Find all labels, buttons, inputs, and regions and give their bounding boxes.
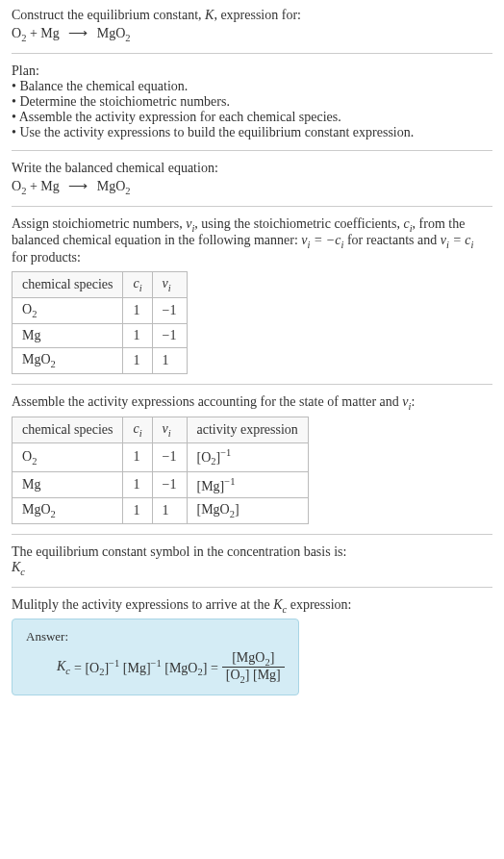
plan-bullet-1: • Balance the chemical equation. — [12, 79, 492, 94]
td-species: Mg — [13, 323, 123, 347]
assemble-t1: Assemble the activity expressions accoun… — [12, 394, 402, 409]
divider — [12, 384, 492, 385]
multiply-t1: Mulitply the activity expressions to arr… — [12, 597, 273, 612]
multiply-kc: Kc — [273, 597, 287, 612]
symbol-section: The equilibrium constant symbol in the c… — [12, 544, 492, 577]
assign-nu: νi — [186, 216, 194, 231]
td-nui: −1 — [152, 471, 187, 498]
balanced-equation: O2 + Mg ⟶ MgO2 — [12, 178, 492, 196]
divider — [12, 206, 492, 207]
equation-o2: O2 + Mg — [12, 26, 60, 40]
td-activity: [O2]−1 — [187, 443, 308, 471]
plan-bullet-3: • Assemble the activity expression for e… — [12, 110, 492, 125]
construct-line: Construct the equilibrium constant, K, e… — [12, 8, 492, 23]
assign-t5: for products: — [12, 250, 81, 265]
balanced-section: Write the balanced chemical equation: O2… — [12, 161, 492, 196]
assign-t1: Assign stoichiometric numbers, — [12, 216, 186, 231]
frac-num: [MgO2] — [222, 650, 285, 669]
k-symbol: K — [205, 8, 214, 22]
td-ci: 1 — [123, 323, 152, 347]
assemble-t2: : — [411, 394, 415, 409]
kc-symbol: Kc — [12, 560, 492, 577]
header-section: Construct the equilibrium constant, K, e… — [12, 8, 492, 43]
answer-eq1: = [O2]−1 [Mg]−1 [MgO2] = — [74, 658, 218, 677]
stoich-table: chemical species ci νi O2 1 −1 Mg 1 −1 M… — [12, 271, 188, 373]
table-row: Mg 1 −1 [Mg]−1 — [13, 471, 309, 498]
th-nui: νi — [152, 272, 187, 298]
divider — [12, 534, 492, 535]
plan-title: Plan: — [12, 63, 492, 79]
divider — [12, 150, 492, 151]
construct-text: Construct the equilibrium constant, — [12, 8, 205, 22]
balanced-mgo2: MgO2 — [97, 179, 131, 193]
header-equation: O2 + Mg ⟶ MgO2 — [12, 25, 492, 43]
assign-eq1: νi = −ci — [301, 233, 343, 247]
td-nui: 1 — [152, 498, 187, 524]
td-species: MgO2 — [13, 347, 123, 373]
answer-label: Answer: — [26, 629, 285, 644]
balanced-arrow: ⟶ — [68, 179, 88, 193]
assign-eq2: νi = ci — [441, 233, 474, 247]
divider — [12, 53, 492, 54]
th-species: chemical species — [13, 417, 123, 443]
multiply-t2: expression: — [287, 597, 351, 612]
divider — [12, 587, 492, 588]
td-ci: 1 — [123, 443, 152, 471]
th-nui: νi — [152, 417, 187, 443]
td-nui: −1 — [152, 323, 187, 347]
assign-t4: for reactants and — [343, 233, 440, 247]
multiply-text: Mulitply the activity expressions to arr… — [12, 597, 492, 615]
answer-kc: Kc — [57, 659, 70, 676]
answer-equation: Kc = [O2]−1 [Mg]−1 [MgO2] = [MgO2] [O2] … — [57, 650, 285, 686]
table-row: O2 1 −1 — [13, 297, 188, 323]
balanced-title: Write the balanced chemical equation: — [12, 161, 492, 176]
th-activity: activity expression — [187, 417, 308, 443]
td-species: O2 — [13, 443, 123, 471]
td-species: O2 — [13, 297, 123, 323]
td-ci: 1 — [123, 347, 152, 373]
equation-mgo2: MgO2 — [97, 26, 131, 40]
equation-arrow: ⟶ — [68, 26, 88, 40]
td-ci: 1 — [123, 297, 152, 323]
table-row: MgO2 1 1 [MgO2] — [13, 498, 309, 524]
answer-box: Answer: Kc = [O2]−1 [Mg]−1 [MgO2] = [MgO… — [12, 619, 299, 696]
assemble-text: Assemble the activity expressions accoun… — [12, 394, 492, 412]
table-header-row: chemical species ci νi activity expressi… — [13, 417, 309, 443]
td-activity: [MgO2] — [187, 498, 308, 524]
answer-fraction: [MgO2] [O2] [Mg] — [222, 650, 285, 686]
th-species: chemical species — [13, 272, 123, 298]
th-ci: ci — [123, 272, 152, 298]
plan-bullet-2: • Determine the stoichiometric numbers. — [12, 94, 492, 110]
assign-section: Assign stoichiometric numbers, νi, using… — [12, 216, 492, 374]
th-ci: ci — [123, 417, 152, 443]
assign-t2: , using the stoichiometric coefficients, — [194, 216, 403, 231]
assign-text: Assign stoichiometric numbers, νi, using… — [12, 216, 492, 266]
table-row: Mg 1 −1 — [13, 323, 188, 347]
symbol-text: The equilibrium constant symbol in the c… — [12, 544, 492, 560]
frac-den: [O2] [Mg] — [222, 668, 285, 685]
td-ci: 1 — [123, 498, 152, 524]
td-nui: 1 — [152, 347, 187, 373]
td-ci: 1 — [123, 471, 152, 498]
td-species: MgO2 — [13, 498, 123, 524]
td-activity: [Mg]−1 — [187, 471, 308, 498]
plan-section: Plan: • Balance the chemical equation. •… — [12, 63, 492, 140]
table-row: O2 1 −1 [O2]−1 — [13, 443, 309, 471]
td-nui: −1 — [152, 443, 187, 471]
td-species: Mg — [13, 471, 123, 498]
balanced-o2: O2 + Mg — [12, 179, 60, 193]
plan-bullet-4: • Use the activity expressions to build … — [12, 125, 492, 140]
construct-end: , expression for: — [214, 8, 301, 22]
table-header-row: chemical species ci νi — [13, 272, 188, 298]
assemble-section: Assemble the activity expressions accoun… — [12, 394, 492, 525]
multiply-section: Mulitply the activity expressions to arr… — [12, 597, 492, 695]
td-nui: −1 — [152, 297, 187, 323]
assign-c: ci — [403, 216, 412, 231]
table-row: MgO2 1 1 — [13, 347, 188, 373]
activity-table: chemical species ci νi activity expressi… — [12, 417, 309, 524]
